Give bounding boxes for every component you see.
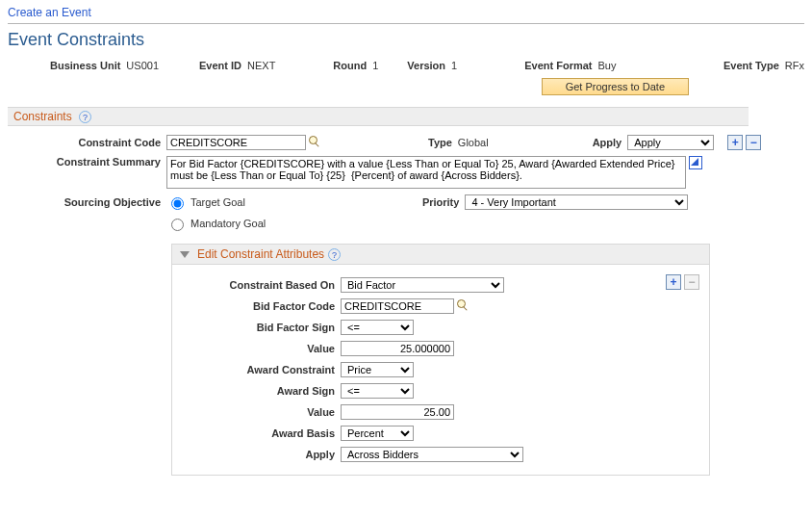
bid-factor-value-input[interactable] xyxy=(341,341,454,356)
chevron-down-icon xyxy=(180,251,190,258)
apply-attrib-label: Apply xyxy=(182,449,341,460)
page-title: Event Constraints xyxy=(8,30,804,50)
award-basis-label: Award Basis xyxy=(182,427,341,439)
target-goal-label: Target Goal xyxy=(190,196,245,208)
version-value: 1 xyxy=(451,60,457,71)
business-unit-value: US001 xyxy=(126,60,159,71)
divider xyxy=(8,23,804,24)
award-basis-select[interactable]: Percent xyxy=(341,426,414,441)
constraint-code-label: Constraint Code xyxy=(8,137,166,148)
bid-factor-sign-select[interactable]: <= xyxy=(341,320,414,335)
event-type-value: RFx xyxy=(785,60,804,71)
mandatory-goal-label: Mandatory Goal xyxy=(190,218,266,229)
constraint-code-input[interactable] xyxy=(166,135,306,150)
help-icon[interactable]: ? xyxy=(328,248,341,261)
target-goal-radio[interactable] xyxy=(171,197,184,210)
type-label: Type xyxy=(428,137,452,148)
delete-row-button[interactable]: − xyxy=(746,135,761,150)
type-value: Global xyxy=(458,137,489,148)
version-label: Version xyxy=(407,60,445,71)
edit-attributes-toggle[interactable]: Edit Constraint Attributes ? xyxy=(171,244,710,265)
constraint-based-on-select[interactable]: Bid Factor xyxy=(341,277,504,293)
help-icon[interactable]: ? xyxy=(79,111,91,123)
award-sign-label: Award Sign xyxy=(182,385,341,397)
create-event-link[interactable]: Create an Event xyxy=(8,6,91,19)
add-attrib-button[interactable]: + xyxy=(666,274,681,290)
add-row-button[interactable]: + xyxy=(727,135,743,150)
event-id-label: Event ID xyxy=(199,60,241,71)
event-format-label: Event Format xyxy=(524,60,592,71)
expand-icon[interactable] xyxy=(689,156,702,169)
apply-attrib-select[interactable]: Across Bidders xyxy=(341,447,523,462)
priority-select[interactable]: 4 - Very Important xyxy=(465,194,688,210)
bid-factor-sign-label: Bid Factor Sign xyxy=(182,322,341,333)
event-id-value: NEXT xyxy=(247,60,275,71)
mandatory-goal-radio[interactable] xyxy=(171,219,184,231)
event-format-value: Buy xyxy=(597,60,616,71)
constraints-section-title: Constraints xyxy=(13,110,72,123)
event-type-label: Event Type xyxy=(723,60,779,71)
lookup-icon[interactable] xyxy=(309,136,322,149)
award-value-input[interactable] xyxy=(341,404,454,420)
priority-label: Priority xyxy=(422,196,460,208)
edit-attributes-title: Edit Constraint Attributes xyxy=(197,247,324,261)
business-unit-label: Business Unit xyxy=(50,60,120,71)
constraint-summary-textarea[interactable]: For Bid Factor {CREDITSCORE} with a valu… xyxy=(166,156,686,189)
progress-to-date-button[interactable]: Get Progress to Date xyxy=(542,78,689,95)
round-label: Round xyxy=(333,60,367,71)
constraint-summary-label: Constraint Summary xyxy=(8,156,166,168)
bid-factor-code-label: Bid Factor Code xyxy=(182,300,341,312)
bid-factor-code-input[interactable] xyxy=(341,298,454,314)
round-value: 1 xyxy=(372,60,378,71)
lookup-icon[interactable] xyxy=(457,299,470,313)
constraint-based-on-label: Constraint Based On xyxy=(182,279,341,291)
apply-label: Apply xyxy=(593,137,622,148)
value1-label: Value xyxy=(182,343,341,354)
value2-label: Value xyxy=(182,406,341,418)
apply-select[interactable]: Apply xyxy=(627,135,714,150)
delete-attrib-button: − xyxy=(684,274,699,290)
award-sign-select[interactable]: <= xyxy=(341,383,414,399)
award-constraint-label: Award Constraint xyxy=(182,364,341,375)
award-constraint-select[interactable]: Price xyxy=(341,362,414,377)
sourcing-objective-label: Sourcing Objective xyxy=(8,196,166,208)
